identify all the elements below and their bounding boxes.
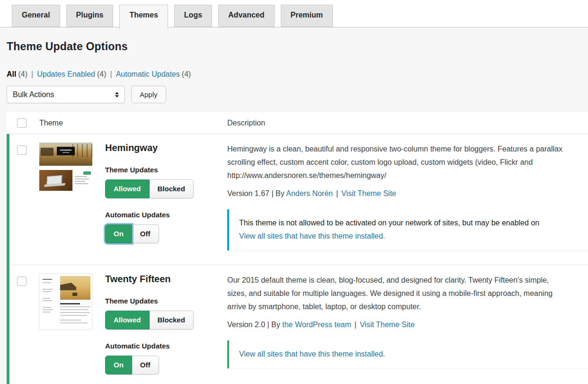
tab-themes[interactable]: Themes [119, 5, 168, 29]
view-all-sites-link[interactable]: View all sites that have this theme inst… [239, 350, 385, 358]
on-button[interactable]: On [105, 356, 132, 375]
thumbnail-screenshot [39, 274, 92, 330]
tab-premium[interactable]: Premium [281, 5, 333, 27]
page-title: Theme Update Options [7, 40, 588, 53]
automatic-updates-toggle: On Off [105, 224, 159, 243]
tab-logs[interactable]: Logs [174, 5, 212, 27]
theme-updates-label: Theme Updates [105, 166, 227, 174]
author-link[interactable]: the WordPress team [282, 321, 351, 329]
bulk-actions-row: Bulk Actions Apply [7, 86, 588, 103]
theme-meta-line: Version 1.67 | By Anders Norén|Visit The… [227, 188, 588, 199]
themes-table: Theme Description [7, 112, 588, 384]
meta-separator: | [336, 189, 338, 197]
filter-updates-enabled[interactable]: Updates Enabled [37, 70, 95, 78]
theme-thumbnail-hemingway [39, 143, 92, 250]
network-notice: This theme is not allowed to be activate… [227, 209, 588, 250]
column-header-theme: Theme [39, 119, 227, 127]
tabs-container: General Plugins Themes Logs Advanced Pre… [12, 5, 333, 29]
blocked-button[interactable]: Blocked [150, 311, 194, 330]
automatic-updates-toggle: On Off [105, 356, 159, 375]
off-button[interactable]: Off [132, 356, 159, 375]
theme-thumbnail-twenty-fifteen [39, 274, 92, 375]
filter-all-count: (4) [18, 70, 27, 78]
filter-all[interactable]: All [7, 70, 16, 78]
theme-description-line: http://www.andersnoren.se/themes/hemingw… [227, 169, 588, 182]
theme-updates-toggle: Allowed Blocked [105, 179, 194, 198]
theme-description-line: Our 2015 default theme is clean, blog-fo… [227, 274, 588, 287]
version-text: Version 2.0 | By [227, 321, 280, 329]
theme-updates-toggle: Allowed Blocked [105, 311, 194, 330]
theme-name: Hemingway [105, 143, 227, 153]
select-all-checkbox[interactable] [17, 118, 27, 128]
theme-meta-line: Version 2.0 | By the WordPress team|Visi… [227, 319, 588, 330]
theme-description-line: arrive by smartphone, tablet, laptop, or… [227, 300, 588, 313]
column-header-description: Description [227, 119, 588, 127]
table-row-twenty-fifteen: Twenty Fifteen Theme Updates Allowed Blo… [9, 265, 588, 384]
bulk-actions-select[interactable]: Bulk Actions [7, 86, 125, 103]
theme-name: Twenty Fifteen [105, 274, 227, 285]
visit-theme-site-link[interactable]: Visit Theme Site [360, 321, 415, 329]
network-notice: View all sites that have this theme inst… [227, 340, 588, 368]
off-button[interactable]: Off [132, 224, 159, 243]
select-updown-arrows-icon [115, 92, 119, 98]
filter-automatic-updates-count: (4) [182, 70, 191, 78]
row-checkbox[interactable] [17, 145, 27, 155]
filter-separator: | [110, 70, 112, 78]
thumbnail-header-image [39, 143, 92, 166]
theme-updates-label: Theme Updates [105, 297, 227, 305]
table-header-row: Theme Description [7, 112, 588, 134]
theme-description-line: scrolling effect, custom accent color, c… [227, 156, 588, 169]
tab-plugins[interactable]: Plugins [66, 5, 114, 27]
bulk-actions-selected-value: Bulk Actions [13, 90, 54, 99]
on-button[interactable]: On [105, 224, 132, 243]
filter-automatic-updates[interactable]: Automatic Updates [116, 70, 180, 78]
filter-updates-enabled-count: (4) [97, 70, 107, 78]
author-link[interactable]: Anders Norén [286, 189, 333, 197]
tab-bar: General Plugins Themes Logs Advanced Pre… [0, 0, 588, 27]
table-row-hemingway: Hemingway Theme Updates Allowed Blocked … [9, 134, 588, 265]
view-all-sites-link[interactable]: View all sites that have this theme inst… [239, 232, 385, 240]
allowed-button[interactable]: Allowed [105, 179, 150, 198]
automatic-updates-label: Automatic Updates [105, 211, 227, 219]
table-body: Hemingway Theme Updates Allowed Blocked … [7, 134, 588, 384]
visit-theme-site-link[interactable]: Visit Theme Site [341, 189, 396, 197]
meta-separator: | [355, 321, 356, 329]
tab-advanced[interactable]: Advanced [218, 5, 274, 27]
theme-description-line: sizes, and suitable for multiple languag… [227, 287, 588, 300]
tab-general[interactable]: General [12, 5, 60, 27]
blocked-button[interactable]: Blocked [150, 179, 194, 198]
apply-button[interactable]: Apply [131, 86, 166, 103]
filter-separator: | [31, 70, 33, 78]
version-text: Version 1.67 | By [227, 189, 285, 197]
row-checkbox[interactable] [17, 277, 27, 286]
view-filters: All(4)|Updates Enabled(4)|Automatic Upda… [7, 70, 588, 79]
theme-description-line: Hemingway is a clean, beautiful and resp… [227, 143, 588, 156]
allowed-button[interactable]: Allowed [105, 311, 150, 330]
thumbnail-content-image [39, 170, 92, 191]
notice-text: This theme is not allowed to be activate… [239, 216, 588, 230]
automatic-updates-label: Automatic Updates [105, 342, 227, 350]
